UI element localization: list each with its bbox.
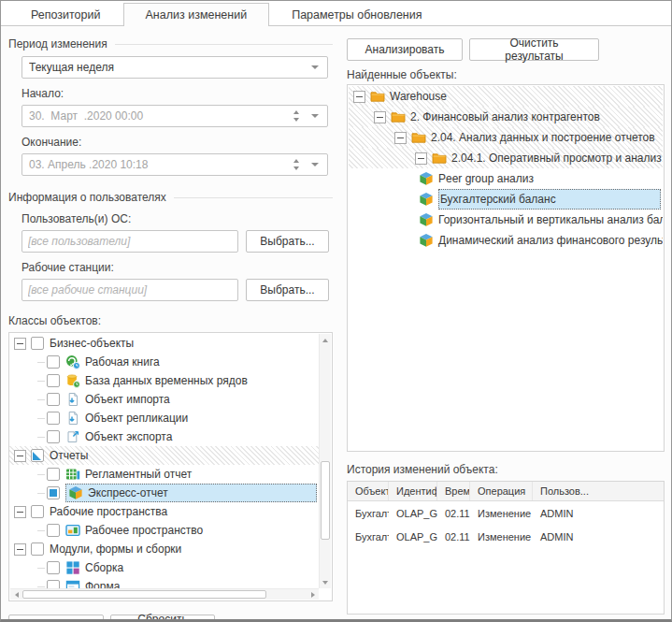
- chevron-down-icon[interactable]: [311, 163, 319, 166]
- spinner-up-down-icon[interactable]: [293, 159, 299, 170]
- table-cell: OLAP_GE...: [389, 501, 437, 525]
- checkbox[interactable]: [47, 412, 60, 425]
- spinner-up-down-icon[interactable]: [293, 110, 299, 122]
- scroll-down-button[interactable]: [320, 576, 331, 588]
- scroll-up-button[interactable]: [320, 334, 331, 346]
- column-header[interactable]: Идентиф...: [389, 482, 437, 500]
- tree-row[interactable]: Отчеты: [9, 446, 319, 465]
- tree-row[interactable]: 2.04.1. Оперативный просмотр и анализ да…: [349, 148, 663, 168]
- tree-row[interactable]: Модули, формы и сборки: [9, 540, 319, 558]
- tree-row[interactable]: Экспресс-отчет: [9, 484, 319, 502]
- tree-row[interactable]: Регламентный отчет: [9, 465, 319, 484]
- scrollbar-thumb[interactable]: [321, 461, 330, 540]
- os-users-input[interactable]: [21, 230, 238, 253]
- scrollbar-track: [22, 589, 307, 600]
- assembly-icon: [65, 560, 80, 575]
- vertical-scrollbar[interactable]: [319, 334, 331, 588]
- tree-row[interactable]: Объект репликации: [9, 409, 319, 427]
- tree-row[interactable]: Объект экспорта: [9, 427, 319, 446]
- content-area: Период изменения Текущая неделя Начало: …: [1, 26, 671, 622]
- workstations-input[interactable]: [21, 279, 238, 301]
- regulated-report-icon: [65, 467, 80, 482]
- select-users-button[interactable]: Выбрать...: [246, 230, 329, 253]
- collapse-icon[interactable]: [415, 152, 427, 165]
- analyze-button[interactable]: Анализировать: [347, 38, 463, 61]
- tree-row[interactable]: Объект импорта: [9, 390, 319, 409]
- tree-row[interactable]: Рабочая книга: [9, 353, 319, 371]
- collapse-icon[interactable]: [14, 543, 26, 556]
- tree-row[interactable]: Форма: [9, 577, 319, 588]
- period-group-caption: Период изменения: [8, 37, 333, 51]
- mark-all-button[interactable]: Отметить все: [8, 615, 104, 622]
- checkbox[interactable]: [47, 524, 60, 537]
- start-date-field[interactable]: 30. Март .2020 00:00: [21, 105, 328, 127]
- collapse-icon[interactable]: [394, 132, 407, 144]
- start-label: Начало:: [21, 87, 333, 100]
- results-panel: Анализировать Очистить результаты Найден…: [347, 36, 665, 622]
- tree-row[interactable]: Динамический анализ финансового результа…: [349, 230, 663, 251]
- table-cell: ADMIN: [533, 501, 664, 525]
- export-object-icon: [65, 429, 80, 444]
- collapse-icon[interactable]: [353, 91, 365, 103]
- table-row[interactable]: Бухгалте...OLAP_GE...02.11....ИзменениеA…: [348, 525, 664, 548]
- found-objects-tree: Warehouse2. Финансовый анализ контрагент…: [347, 84, 665, 452]
- checkbox[interactable]: [31, 505, 44, 518]
- scroll-right-button[interactable]: [307, 589, 319, 600]
- scrollbar-thumb[interactable]: [22, 590, 266, 599]
- horizontal-scrollbar[interactable]: [10, 588, 319, 600]
- chevron-down-icon[interactable]: [311, 65, 319, 69]
- start-date-value: 30. Март .2020 00:00: [29, 109, 293, 123]
- history-label: История изменений объекта:: [347, 463, 665, 476]
- checkbox[interactable]: [31, 449, 44, 462]
- collapse-icon[interactable]: [14, 450, 26, 462]
- checkbox[interactable]: [47, 580, 60, 588]
- select-workstations-button[interactable]: Выбрать...: [246, 279, 329, 301]
- table-cell: Бухгалте...: [348, 525, 389, 548]
- tab-change-analysis[interactable]: Анализ изменений: [123, 3, 270, 26]
- tree-row[interactable]: Peer group анализ: [349, 168, 663, 189]
- checkbox[interactable]: [47, 374, 60, 387]
- tree-row[interactable]: База данных временных рядов: [9, 371, 319, 390]
- tab-update-parameters[interactable]: Параметры обновления: [269, 3, 444, 26]
- checkbox[interactable]: [47, 486, 60, 499]
- end-date-field[interactable]: 03. Апрель .2020 10:18: [21, 153, 328, 176]
- history-table-header: ОбъектИдентиф...ВремяОперацияПользов...: [348, 482, 664, 501]
- tree-row[interactable]: Горизонтальный и вертикальны анализ бала…: [349, 210, 663, 230]
- column-header[interactable]: Операция: [470, 482, 533, 500]
- checkbox[interactable]: [47, 561, 60, 574]
- checkbox[interactable]: [47, 393, 60, 406]
- checkbox[interactable]: [47, 355, 60, 369]
- selected-row-highlight: Бухгалтерский баланс: [438, 189, 661, 210]
- tree-row[interactable]: Рабочие пространства: [9, 502, 319, 521]
- tree-row[interactable]: Бизнес-объекты: [9, 334, 319, 353]
- collapse-icon[interactable]: [14, 338, 26, 350]
- tree-row[interactable]: Бухгалтерский баланс: [349, 189, 663, 210]
- checkbox[interactable]: [47, 468, 60, 481]
- tree-row[interactable]: Сборка: [9, 558, 319, 577]
- column-header[interactable]: Время: [437, 482, 470, 500]
- table-row[interactable]: Бухгалте...OLAP_GE...02.11....ИзменениеA…: [348, 501, 664, 525]
- filters-panel: Период изменения Текущая неделя Начало: …: [8, 36, 333, 622]
- tree-row[interactable]: 2.04. Анализ данных и построение отчетов: [349, 127, 663, 148]
- table-cell: 02.11....: [437, 501, 470, 525]
- checkbox[interactable]: [47, 430, 60, 443]
- column-header[interactable]: Пользов...: [533, 482, 664, 500]
- tree-item-label: Бизнес-объекты: [50, 337, 134, 350]
- scroll-left-button[interactable]: [10, 589, 22, 600]
- tree-row[interactable]: 2. Финансовый анализ контрагентов: [349, 107, 663, 127]
- collapse-icon[interactable]: [374, 111, 386, 123]
- chevron-down-icon[interactable]: [311, 114, 319, 118]
- collapse-icon[interactable]: [14, 506, 26, 518]
- tree-row[interactable]: Warehouse: [349, 86, 663, 107]
- tree-item-label: Регламентный отчет: [85, 468, 192, 481]
- table-cell: ADMIN: [533, 525, 664, 548]
- tree-connector-line: [37, 437, 45, 438]
- period-preset-select[interactable]: Текущая неделя: [21, 56, 328, 79]
- column-header[interactable]: Объект: [348, 482, 389, 500]
- checkbox[interactable]: [31, 337, 44, 350]
- clear-results-button[interactable]: Очистить результаты: [469, 38, 599, 61]
- clear-mark-button[interactable]: Сбросить отметку: [110, 615, 215, 622]
- tree-row[interactable]: Рабочее пространство: [9, 521, 319, 540]
- tab-repository[interactable]: Репозиторий: [8, 3, 123, 26]
- checkbox[interactable]: [31, 542, 44, 556]
